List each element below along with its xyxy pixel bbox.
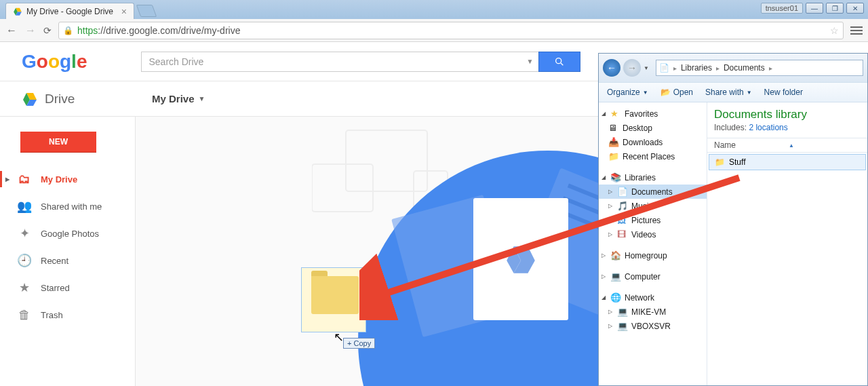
- svg-rect-9: [312, 164, 373, 212]
- minimize-button[interactable]: —: [806, 3, 823, 14]
- url-scheme: https: [77, 25, 98, 36]
- sidebar-item-shared[interactable]: 👥 Shared with me: [0, 193, 135, 220]
- tree-downloads[interactable]: 📥Downloads: [599, 135, 707, 149]
- svg-point-3: [556, 58, 561, 63]
- explorer-breadcrumb[interactable]: 📄 ▸ Libraries ▸ Documents ▸: [656, 60, 863, 76]
- explorer-forward-button: →: [623, 59, 641, 77]
- column-header-name[interactable]: Name ▲: [707, 138, 867, 153]
- google-logo[interactable]: Google: [22, 51, 87, 73]
- chevron-down-icon: ▼: [199, 95, 205, 102]
- tree-libraries[interactable]: ◢📚Libraries: [599, 170, 707, 185]
- trash-icon: 🗑: [18, 308, 31, 322]
- window-controls: tnsuser01 — ❐ ✕: [761, 3, 864, 14]
- new-folder-button[interactable]: New folder: [764, 88, 803, 97]
- close-button[interactable]: ✕: [846, 3, 864, 14]
- sort-indicator-icon: ▲: [789, 142, 794, 149]
- maximize-button[interactable]: ❐: [826, 3, 844, 14]
- dragged-folder: [301, 267, 366, 332]
- drive-icon: [504, 242, 538, 276]
- tree-recent[interactable]: 📁Recent Places: [599, 149, 707, 163]
- tree-music[interactable]: ▷🎵Music: [599, 199, 707, 213]
- sidebar: NEW ▶ 🗂 My Drive 👥 Shared with me ✦ Goog…: [0, 117, 136, 386]
- omnibox[interactable]: 🔒 https://drive.google.com/drive/my-driv…: [58, 22, 844, 39]
- folder-icon: 📄: [659, 63, 669, 73]
- browser-tab[interactable]: My Drive - Google Drive ×: [5, 3, 134, 19]
- chrome-menu-button[interactable]: [850, 26, 863, 35]
- tree-network-item[interactable]: ▷💻MIKE-VM: [599, 305, 707, 319]
- explorer-nav: ← → ▼ 📄 ▸ Libraries ▸ Documents ▸: [599, 54, 867, 82]
- chevron-right-icon: ▶: [5, 176, 9, 182]
- drive-brand[interactable]: Drive: [0, 91, 136, 107]
- tree-pictures[interactable]: ▷🖼Pictures: [599, 213, 707, 227]
- search-input[interactable]: Search Drive ▼: [141, 52, 538, 72]
- clock-icon: 🕘: [18, 253, 31, 268]
- copy-tooltip: + Copy: [343, 338, 375, 349]
- open-button[interactable]: 📂 Open: [660, 88, 693, 97]
- reload-button[interactable]: ⟳: [43, 25, 52, 36]
- locations-link[interactable]: 2 locations: [749, 123, 787, 132]
- tree-network[interactable]: ◢🌐Network: [599, 290, 707, 305]
- explorer-tree: ◢★Favorites 🖥Desktop 📥Downloads 📁Recent …: [599, 102, 707, 385]
- star-icon: ★: [18, 280, 31, 295]
- organize-menu[interactable]: Organize ▼: [607, 88, 648, 97]
- tree-documents[interactable]: ▷📄Documents: [599, 185, 707, 199]
- share-menu[interactable]: Share with ▼: [705, 88, 752, 97]
- svg-line-4: [561, 63, 563, 65]
- sidebar-item-my-drive[interactable]: ▶ 🗂 My Drive: [0, 166, 135, 193]
- new-button[interactable]: NEW: [20, 132, 96, 152]
- folder-icon: 🗂: [18, 172, 31, 187]
- drive-favicon: [13, 7, 22, 16]
- chevron-down-icon[interactable]: ▼: [644, 65, 649, 71]
- tree-desktop[interactable]: 🖥Desktop: [599, 121, 707, 135]
- url-path: ://drive.google.com/drive/my-drive: [98, 25, 240, 36]
- explorer-content: Documents library Includes: 2 locations …: [707, 102, 867, 385]
- bookmark-star-icon[interactable]: ☆: [830, 25, 839, 36]
- sidebar-item-starred[interactable]: ★ Starred: [0, 274, 135, 301]
- file-row-stuff[interactable]: 📁 Stuff: [709, 154, 866, 170]
- explorer-window[interactable]: ← → ▼ 📄 ▸ Libraries ▸ Documents ▸ Organi…: [598, 53, 868, 386]
- explorer-back-button[interactable]: ←: [603, 59, 620, 77]
- explorer-toolbar: Organize ▼ 📂 Open Share with ▼ New folde…: [599, 82, 867, 102]
- tree-network-item[interactable]: ▷💻VBOXSVR: [599, 319, 707, 333]
- lock-icon: 🔒: [63, 26, 73, 35]
- tree-computer[interactable]: ▷💻Computer: [599, 269, 707, 284]
- drive-icon: [22, 91, 38, 107]
- sidebar-item-recent[interactable]: 🕘 Recent: [0, 247, 135, 274]
- sidebar-item-photos[interactable]: ✦ Google Photos: [0, 220, 135, 247]
- close-icon[interactable]: ×: [121, 6, 127, 17]
- sidebar-item-trash[interactable]: 🗑 Trash: [0, 301, 135, 328]
- tree-videos[interactable]: ▷🎞Videos: [599, 227, 707, 242]
- tree-favorites[interactable]: ◢★Favorites: [599, 107, 707, 121]
- profile-tag[interactable]: tnsuser01: [761, 3, 803, 14]
- back-button[interactable]: ←: [5, 24, 18, 37]
- search-icon: [554, 56, 565, 67]
- search-bar: Search Drive ▼: [141, 52, 580, 72]
- library-title: Documents library: [714, 108, 861, 121]
- breadcrumb[interactable]: My Drive ▼: [136, 93, 205, 104]
- search-button[interactable]: [538, 52, 580, 72]
- new-tab-button[interactable]: [136, 5, 157, 17]
- browser-tabstrip: My Drive - Google Drive × tnsuser01 — ❐ …: [0, 0, 868, 19]
- svg-rect-8: [346, 130, 427, 191]
- tab-title: My Drive - Google Drive: [26, 7, 113, 16]
- forward-button: →: [24, 24, 37, 37]
- address-bar: ← → ⟳ 🔒 https://drive.google.com/drive/m…: [0, 19, 868, 42]
- tree-homegroup[interactable]: ▷🏠Homegroup: [599, 248, 707, 263]
- people-icon: 👥: [18, 199, 31, 214]
- folder-icon: 📁: [715, 157, 725, 167]
- photos-icon: ✦: [18, 226, 31, 241]
- search-options-caret[interactable]: ▼: [527, 58, 534, 65]
